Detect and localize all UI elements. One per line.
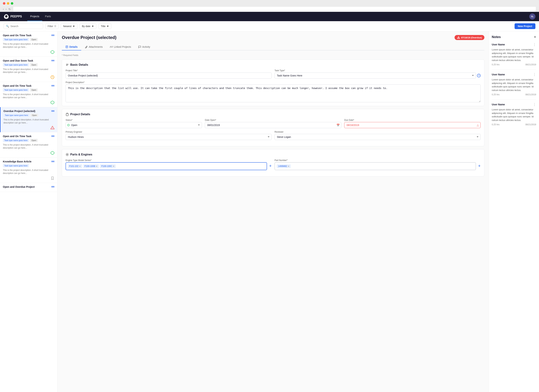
filter-button[interactable]: Filter ☷ bbox=[45, 24, 58, 29]
svg-marker-4 bbox=[51, 101, 54, 104]
tag-chip: F100-100B × bbox=[83, 164, 99, 168]
tag-chip: 1499M82 × bbox=[277, 164, 291, 168]
title-label: Title bbox=[101, 25, 106, 28]
basic-details-label: Basic Details bbox=[70, 63, 88, 66]
list-item-hh: HH bbox=[51, 59, 54, 62]
svg-text:!: ! bbox=[52, 127, 53, 129]
note-menu-button[interactable]: ⋮ bbox=[533, 72, 536, 76]
list-item-desc: This is the project description. A short… bbox=[3, 68, 54, 74]
task-type-select[interactable]: Task Name Goes Here bbox=[274, 72, 476, 79]
tag-status: Open bbox=[30, 38, 38, 41]
tag-type: Task type name goes here bbox=[3, 139, 29, 142]
note-date: 08/21/2019 bbox=[525, 63, 536, 66]
list-item-hh: HH bbox=[51, 186, 54, 188]
project-title-label: Project Title* bbox=[66, 69, 272, 72]
minimize-button[interactable] bbox=[7, 2, 9, 5]
list-item[interactable]: Knowledge Base Article HH Task type name… bbox=[0, 158, 57, 183]
engine-type-tags-input[interactable]: F101-102 × F100-100B × F100-100C × bbox=[66, 162, 267, 170]
tab-activity[interactable]: Activity bbox=[135, 44, 154, 50]
browser-buttons bbox=[3, 2, 536, 5]
list-item-title: Open and On Time Task bbox=[3, 135, 31, 138]
form-row-parts: Engine Type Model Series* F101-102 × F10… bbox=[66, 159, 481, 170]
tab-linked-projects[interactable]: Linked Projects bbox=[106, 44, 135, 50]
refresh-button[interactable]: ↻ bbox=[9, 8, 11, 11]
tabs: Details Attachments Linked Projects bbox=[62, 44, 484, 50]
note-item: User Name ⋮ Lorem ipsum dolor sit amet, … bbox=[492, 103, 536, 126]
add-part-number-button[interactable]: + bbox=[478, 162, 481, 168]
remove-tag-icon[interactable]: × bbox=[113, 165, 114, 167]
note-menu-button[interactable]: ⋮ bbox=[533, 43, 536, 47]
status-icon-hexagon bbox=[50, 100, 54, 104]
add-note-button[interactable]: + bbox=[534, 35, 536, 39]
part-number-label: Part Number* bbox=[274, 159, 481, 161]
note-menu-button[interactable]: ⋮ bbox=[533, 103, 536, 106]
svg-point-18 bbox=[67, 154, 68, 155]
form-row-status-dates: Status* Open Date Open* 📅 bbox=[66, 119, 481, 128]
tab-attachments-label: Attachments bbox=[89, 45, 103, 48]
remove-tag-icon[interactable]: × bbox=[79, 165, 81, 167]
list-item-desc: This is the project description. A short… bbox=[3, 43, 54, 49]
tab-details[interactable]: Details bbox=[62, 44, 81, 50]
note-text: Lorem ipsum dolor sit amet, consectetur … bbox=[492, 78, 536, 92]
list-item-title: Open and On Time Task bbox=[3, 34, 31, 37]
form-group-title: Project Title* bbox=[66, 69, 272, 79]
due-date-input[interactable] bbox=[344, 122, 481, 128]
description-textarea[interactable]: This is the description that the list wi… bbox=[66, 84, 481, 102]
basic-details-title: Basic Details bbox=[66, 63, 481, 66]
list-item-title: Open and On Time Task bbox=[3, 84, 31, 87]
list-item-selected[interactable]: Overdue Project (selected) HH Task type … bbox=[0, 107, 57, 132]
list-item-hh: HH bbox=[51, 160, 54, 163]
status-icon-hexagon bbox=[50, 151, 54, 155]
maximize-button[interactable] bbox=[11, 2, 13, 5]
part-number-tags-input[interactable]: 1499M82 × bbox=[274, 162, 476, 170]
tag-type: Task type name goes here bbox=[3, 114, 29, 117]
project-details-label: Project Details bbox=[70, 113, 90, 116]
newest-dropdown[interactable]: Newest ▼ bbox=[61, 24, 77, 29]
list-item-title: Open and Overdue Project bbox=[3, 185, 35, 188]
address-bar[interactable] bbox=[13, 6, 536, 12]
remove-tag-icon[interactable]: × bbox=[288, 165, 289, 167]
list-item-desc: This is the project description. A short… bbox=[3, 143, 54, 150]
help-icon[interactable]: ? bbox=[477, 74, 481, 77]
list-item[interactable]: Open and Overdue Project HH bbox=[0, 183, 57, 192]
form-group-date-open: Date Open* 📅 bbox=[205, 119, 341, 128]
list-item-hh: HH bbox=[51, 85, 54, 87]
list-item[interactable]: Open and Due Soon Task HH Task type name… bbox=[0, 57, 57, 82]
search-box[interactable]: 🔍 bbox=[4, 24, 43, 29]
nav-projects[interactable]: Projects bbox=[27, 12, 42, 21]
project-title-input[interactable] bbox=[66, 72, 272, 79]
filter-label: Filter bbox=[48, 25, 53, 28]
back-button[interactable]: ‹ bbox=[3, 8, 4, 11]
close-button[interactable] bbox=[3, 2, 5, 5]
nav-parts[interactable]: Parts bbox=[42, 12, 54, 21]
by-date-dropdown[interactable]: By date ▼ bbox=[80, 24, 96, 29]
reviewer-select[interactable]: Steve Logan bbox=[274, 134, 481, 140]
form-group-status: Status* Open bbox=[66, 119, 202, 128]
new-project-button[interactable]: New Project bbox=[515, 23, 535, 29]
app-name: PEEPPS bbox=[10, 15, 22, 18]
form-row-engineer-reviewer: Primary Engineer Hudson Hines Reviewer S… bbox=[66, 131, 481, 140]
calendar-icon[interactable]: 📅 bbox=[337, 124, 340, 127]
status-select[interactable]: Open bbox=[66, 122, 202, 128]
clipboard-icon bbox=[66, 113, 69, 116]
forward-button[interactable]: › bbox=[5, 8, 6, 11]
list-item-hh: HH bbox=[51, 110, 54, 112]
parts-engines-label: Parts & Engines bbox=[70, 153, 92, 156]
status-icon-bookmark bbox=[50, 176, 54, 180]
search-input[interactable] bbox=[10, 25, 41, 28]
note-item: User Name ⋮ Lorem ipsum dolor sit amet, … bbox=[492, 43, 536, 66]
form-row-title-type: Project Title* Task Type* Task Name Goes… bbox=[66, 69, 481, 79]
list-item[interactable]: Open and On Time Task HH Task type name … bbox=[0, 31, 57, 57]
list-item[interactable]: Open and On Time Task HH Task type name … bbox=[0, 132, 57, 158]
app-wrapper: PEEPPS Projects Parts SL 🔍 Filter ☷ Newe… bbox=[0, 12, 539, 392]
title-dropdown[interactable]: Title ▼ bbox=[98, 24, 111, 29]
list-item[interactable]: Open and On Time Task HH Task type name … bbox=[0, 82, 57, 107]
tab-attachments[interactable]: Attachments bbox=[81, 44, 106, 50]
add-engine-type-button[interactable]: + bbox=[269, 162, 272, 168]
status-dot bbox=[67, 124, 70, 126]
primary-engineer-select[interactable]: Hudson Hines bbox=[66, 134, 272, 140]
list-item-title: Overdue Project (selected) bbox=[3, 110, 35, 113]
required-note: * Required Fields bbox=[62, 54, 484, 57]
remove-tag-icon[interactable]: × bbox=[96, 165, 97, 167]
date-open-input[interactable] bbox=[205, 122, 341, 128]
